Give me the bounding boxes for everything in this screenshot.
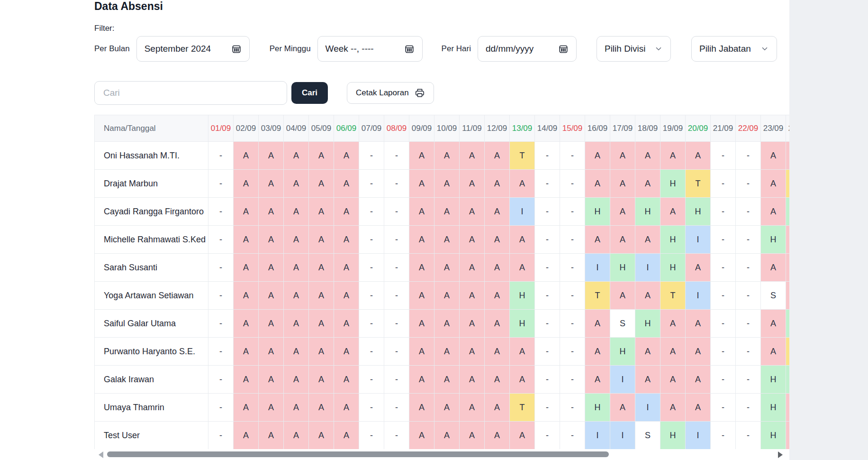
attendance-cell: I [585, 422, 610, 450]
divisi-select[interactable]: Pilih Divisi [597, 36, 671, 62]
date-column-header: 14/09 [535, 115, 560, 142]
jabatan-select[interactable]: Pilih Jabatan [691, 36, 777, 62]
employee-name: Saiful Galar Utama [95, 310, 208, 338]
attendance-cell: - [736, 422, 761, 450]
date-column-header: 08/09 [384, 115, 409, 142]
attendance-cell: - [208, 254, 234, 282]
print-report-button[interactable]: Cetak Laporan [347, 82, 434, 104]
scrollbar-thumb[interactable] [107, 451, 609, 457]
chevron-down-icon [654, 45, 663, 53]
date-column-header: 23/09 [761, 115, 786, 142]
attendance-cell: A [610, 198, 635, 226]
table-row: Cayadi Rangga Firgantoro-AAAAA--AAAAI--H… [95, 198, 790, 226]
attendance-cell: S [635, 422, 660, 450]
attendance-cell: A [284, 170, 309, 198]
attendance-cell: A [610, 394, 635, 422]
attendance-cell: A [786, 394, 790, 422]
table-row: Oni Hassanah M.TI.-AAAAA--AAAAT--AAAAA--… [95, 142, 790, 170]
date-column-header: 03/09 [259, 115, 284, 142]
attendance-cell: - [560, 310, 585, 338]
attendance-cell: - [736, 282, 761, 310]
attendance-cell: A [409, 282, 434, 310]
attendance-cell: H [660, 254, 686, 282]
attendance-cell: A [510, 338, 535, 366]
per-hari-label: Per Hari [442, 44, 471, 54]
attendance-cell: H [585, 198, 610, 226]
attendance-cell: A [786, 282, 790, 310]
date-column-header: 06/09 [334, 115, 359, 142]
divisi-select-value: Pilih Divisi [605, 44, 646, 54]
week-picker[interactable]: Week --, ---- [317, 36, 423, 62]
date-column-header: 10/09 [434, 115, 460, 142]
attendance-cell: A [761, 310, 786, 338]
attendance-cell: A [485, 310, 510, 338]
attendance-cell: - [384, 366, 409, 394]
attendance-cell: A [761, 198, 786, 226]
table-row: Test User-AAAAA--AAAAA--IISHI--HA [95, 422, 790, 450]
attendance-cell: H [660, 422, 686, 450]
attendance-cell: A [460, 254, 485, 282]
attendance-cell: A [786, 422, 790, 450]
attendance-cell: H [510, 310, 535, 338]
attendance-cell: A [409, 226, 434, 254]
attendance-cell: - [736, 226, 761, 254]
attendance-cell: A [309, 142, 334, 170]
attendance-cell: A [284, 422, 309, 450]
attendance-cell: A [434, 170, 460, 198]
attendance-cell: T [786, 170, 790, 198]
attendance-cell: - [208, 170, 234, 198]
attendance-cell: A [234, 310, 259, 338]
attendance-cell: H [761, 226, 786, 254]
attendance-cell: - [359, 310, 384, 338]
attendance-cell: A [686, 254, 711, 282]
date-column-header: 18/09 [635, 115, 660, 142]
attendance-cell: H [635, 198, 660, 226]
attendance-cell: A [485, 338, 510, 366]
attendance-cell: I [686, 422, 711, 450]
attendance-cell: A [284, 142, 309, 170]
horizontal-scrollbar [94, 451, 789, 458]
attendance-cell: A [259, 198, 284, 226]
attendance-cell: A [334, 170, 359, 198]
attendance-cell: A [660, 366, 686, 394]
attendance-cell: - [208, 338, 234, 366]
attendance-cell: - [208, 142, 234, 170]
attendance-cell: - [359, 142, 384, 170]
attendance-cell: A [409, 254, 434, 282]
employee-name: Drajat Marbun [95, 170, 208, 198]
attendance-cell: H [635, 310, 660, 338]
month-picker[interactable]: September 2024 [136, 36, 250, 62]
day-picker[interactable]: dd/mm/yyyy [478, 36, 577, 62]
attendance-cell: - [208, 226, 234, 254]
date-column-header: 12/09 [485, 115, 510, 142]
attendance-cell: A [610, 226, 635, 254]
attendance-cell: - [384, 394, 409, 422]
attendance-cell: A [485, 142, 510, 170]
attendance-cell: T [786, 338, 790, 366]
attendance-cell: H [660, 226, 686, 254]
attendance-cell: - [736, 310, 761, 338]
jabatan-select-value: Pilih Jabatan [699, 44, 751, 54]
attendance-cell: I [635, 394, 660, 422]
scroll-right-arrow-icon[interactable] [778, 451, 783, 458]
attendance-cell: - [384, 198, 409, 226]
search-input[interactable] [94, 81, 287, 105]
attendance-cell: A [660, 198, 686, 226]
attendance-cell: A [434, 338, 460, 366]
scroll-left-arrow-icon[interactable] [99, 451, 103, 458]
attendance-cell: - [535, 282, 560, 310]
attendance-cell: A [234, 366, 259, 394]
attendance-cell: A [786, 226, 790, 254]
attendance-cell: A [786, 142, 790, 170]
attendance-cell: A [510, 170, 535, 198]
month-picker-value: September 2024 [145, 44, 211, 54]
attendance-cell: A [409, 338, 434, 366]
attendance-cell: - [560, 366, 585, 394]
table-row: Galak Irawan-AAAAA--AAAAA--AIAAA--HH [95, 366, 790, 394]
attendance-cell: A [284, 226, 309, 254]
attendance-cell: - [535, 198, 560, 226]
attendance-cell: A [635, 226, 660, 254]
attendance-cell: A [434, 226, 460, 254]
per-bulan-label: Per Bulan [94, 44, 130, 54]
search-button[interactable]: Cari [291, 82, 328, 104]
